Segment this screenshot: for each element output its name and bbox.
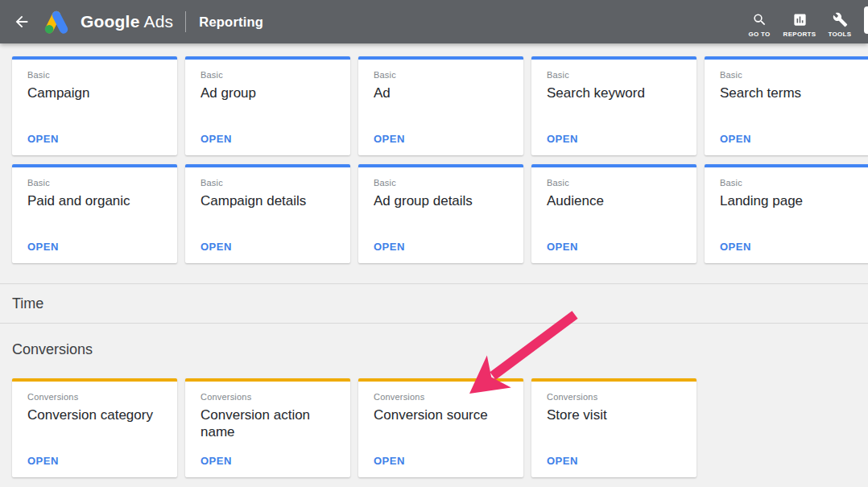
card-title: Ad	[374, 85, 514, 101]
header-divider	[185, 11, 186, 32]
back-button[interactable]	[8, 8, 35, 35]
open-link[interactable]: OPEN	[374, 455, 405, 467]
card-category: Conversions	[547, 392, 687, 402]
open-link[interactable]: OPEN	[200, 455, 232, 467]
open-link[interactable]: OPEN	[374, 133, 405, 145]
open-link[interactable]: OPEN	[547, 133, 578, 145]
open-link[interactable]: OPEN	[27, 455, 59, 467]
open-link[interactable]: OPEN	[27, 241, 59, 253]
report-card-conversion-category: Conversions Conversion category OPEN	[12, 378, 177, 477]
top-app-bar: GoogleAds Reporting GO TO REPORTS TOOLS	[0, 0, 868, 43]
page-title: Reporting	[199, 14, 263, 30]
brand-name: GoogleAds	[81, 12, 173, 31]
reports-label: REPORTS	[783, 31, 816, 38]
open-link[interactable]: OPEN	[720, 133, 751, 145]
card-category: Basic	[374, 70, 514, 80]
report-card-ad: Basic Ad OPEN	[358, 56, 523, 155]
card-category: Conversions	[374, 392, 514, 402]
card-category: Basic	[720, 178, 860, 188]
card-title: Conversion source	[374, 407, 514, 423]
header-edge-element[interactable]	[864, 6, 868, 34]
card-category: Conversions	[200, 392, 341, 402]
go-to-button[interactable]: GO TO	[739, 6, 779, 38]
section-header-conversions: Conversions	[0, 324, 868, 358]
conversions-section-label: Conversions	[12, 341, 93, 357]
card-title: Conversion category	[27, 407, 167, 423]
search-icon	[752, 12, 767, 27]
open-link[interactable]: OPEN	[720, 241, 751, 253]
report-card-campaign: Basic Campaign OPEN	[12, 56, 177, 155]
open-link[interactable]: OPEN	[27, 133, 59, 145]
report-card-campaign-details: Basic Campaign details OPEN	[185, 164, 350, 263]
report-card-conversion-action-name: Conversions Conversion action name OPEN	[185, 378, 350, 477]
brand-google: Google	[81, 12, 140, 31]
open-link[interactable]: OPEN	[200, 241, 232, 253]
reports-icon	[792, 12, 808, 27]
tools-icon	[833, 12, 848, 27]
card-title: Ad group	[200, 85, 341, 101]
section-header-time[interactable]: Time	[0, 283, 868, 324]
arrow-back-icon	[13, 13, 31, 31]
card-title: Store visit	[547, 407, 687, 423]
card-category: Basic	[200, 70, 341, 80]
report-card-audience: Basic Audience OPEN	[531, 164, 696, 263]
card-title: Conversion action name	[200, 407, 341, 440]
header-nav: GO TO REPORTS TOOLS	[739, 6, 868, 38]
open-link[interactable]: OPEN	[547, 455, 578, 467]
card-category: Conversions	[27, 392, 167, 402]
tools-label: TOOLS	[829, 31, 852, 38]
card-category: Basic	[200, 178, 341, 188]
card-title: Landing page	[720, 192, 860, 209]
open-link[interactable]: OPEN	[547, 241, 578, 253]
tools-button[interactable]: TOOLS	[820, 6, 860, 38]
card-title: Ad group details	[374, 192, 514, 209]
report-card-conversion-source: Conversions Conversion source OPEN	[358, 378, 523, 477]
card-category: Basic	[374, 178, 514, 188]
open-link[interactable]: OPEN	[200, 133, 232, 145]
reports-button[interactable]: REPORTS	[779, 6, 820, 38]
card-category: Basic	[720, 70, 860, 80]
card-category: Basic	[27, 70, 167, 80]
basic-cards-row-1: Basic Campaign OPEN Basic Ad group OPEN …	[0, 56, 868, 155]
go-to-label: GO TO	[748, 31, 770, 38]
card-title: Paid and organic	[27, 192, 167, 209]
time-section-label: Time	[12, 295, 43, 312]
brand-ads: Ads	[144, 12, 174, 31]
report-card-store-visit: Conversions Store visit OPEN	[531, 378, 696, 477]
card-title: Search keyword	[547, 85, 687, 101]
basic-cards-row-2: Basic Paid and organic OPEN Basic Campai…	[0, 164, 868, 263]
card-category: Basic	[27, 178, 167, 188]
google-ads-logo-icon	[39, 7, 73, 36]
report-card-landing-page: Basic Landing page OPEN	[705, 164, 868, 263]
open-link[interactable]: OPEN	[374, 241, 405, 253]
card-title: Campaign details	[200, 192, 341, 209]
report-card-ad-group-details: Basic Ad group details OPEN	[358, 164, 523, 263]
report-card-ad-group: Basic Ad group OPEN	[185, 56, 350, 155]
conversions-cards-row: Conversions Conversion category OPEN Con…	[0, 378, 868, 477]
report-card-paid-and-organic: Basic Paid and organic OPEN	[12, 164, 177, 263]
card-title: Search terms	[720, 85, 860, 101]
report-card-search-terms: Basic Search terms OPEN	[705, 56, 868, 155]
card-category: Basic	[547, 178, 687, 188]
card-title: Audience	[547, 192, 687, 209]
card-category: Basic	[547, 70, 687, 80]
report-card-search-keyword: Basic Search keyword OPEN	[531, 56, 696, 155]
reporting-catalog: Basic Campaign OPEN Basic Ad group OPEN …	[0, 43, 868, 477]
card-title: Campaign	[27, 85, 167, 101]
